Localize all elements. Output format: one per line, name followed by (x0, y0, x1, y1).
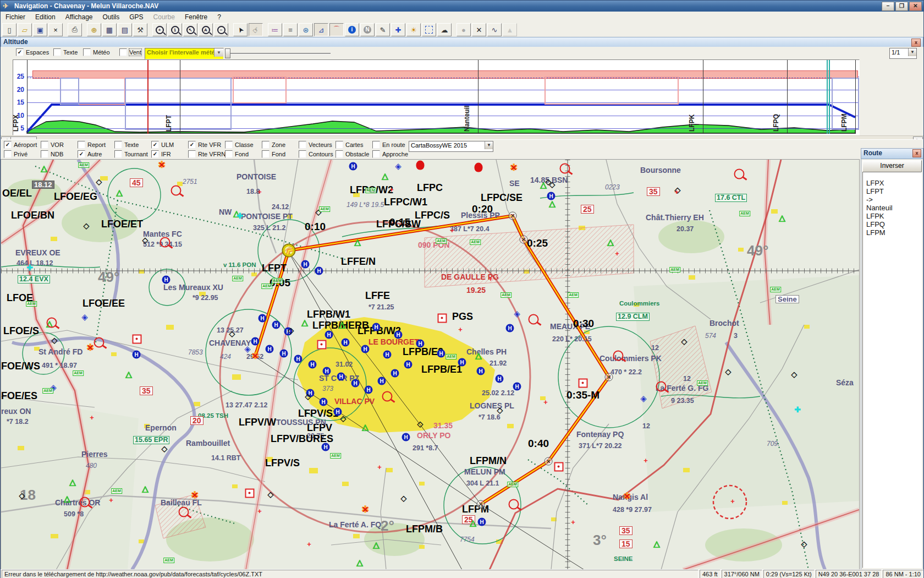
layer-checkbox-texte[interactable]: Texte (114, 141, 139, 149)
layer-checkbox-classe[interactable]: Classe (225, 141, 254, 149)
layer-checkbox-autre[interactable]: ✓Autre (78, 150, 102, 158)
move-button[interactable]: ✚ (391, 23, 405, 36)
delete-button[interactable]: × (48, 23, 63, 36)
zoom-all-button[interactable]: A (199, 23, 213, 36)
menu-gps[interactable]: GPS (124, 12, 148, 23)
save-file-button[interactable]: ▣ (33, 23, 47, 36)
zoom-1-button[interactable]: 1 (168, 23, 182, 36)
segments-button[interactable]: ∿ (487, 23, 502, 36)
menu-fichier[interactable]: Fichier (1, 12, 30, 23)
menu-outils[interactable]: Outils (98, 12, 125, 23)
helipad-icon: H (294, 355, 302, 363)
alt-checkbox-météo[interactable]: Météo (83, 48, 110, 56)
print-button[interactable]: ⎙ (68, 23, 82, 36)
route-editor-button[interactable]: ≔ (268, 23, 282, 36)
layer-checkbox-vecteurs[interactable]: Vecteurs (299, 141, 332, 149)
layer-checkbox-ulm[interactable]: ✓ULM (151, 141, 174, 149)
flight-log-table-button[interactable]: ▦ (102, 23, 117, 36)
info-icon: i (348, 26, 356, 34)
page-combo[interactable]: 1/1 ▼ (889, 48, 917, 59)
map-label: LFFE (365, 291, 390, 301)
altitude-profile-chart[interactable]: 252015105LFPXLFPTNanteuilLFPKLFPQLFPM (13, 59, 860, 135)
chevron-down-icon[interactable]: ▼ (908, 48, 916, 56)
notes-button[interactable]: ▤ (118, 23, 132, 36)
alt-checkbox-vent[interactable]: Vent (119, 48, 141, 56)
info-button[interactable]: i (345, 23, 359, 36)
private-airfield-icon: ◇ (340, 414, 346, 423)
route-waypoint-item[interactable]: LFPK (866, 212, 921, 220)
layer-checkbox-zone[interactable]: Zone (262, 141, 285, 149)
close-button[interactable]: ✕ (909, 2, 922, 11)
layer-checkbox-rte-vfr[interactable]: ✓Rte VFR (188, 141, 221, 149)
globe-search-button[interactable]: ⊛ (299, 23, 313, 36)
layer-checkbox-obstacle[interactable]: Obstacle (336, 150, 369, 158)
route-close-icon[interactable]: x (912, 149, 921, 157)
weather-interval-combo[interactable]: Choisir l'intervalle météo ▼ (145, 48, 224, 59)
zoom-back-button[interactable]: ↖ (183, 23, 197, 36)
menu-fentre[interactable]: Fenêtre (180, 12, 212, 23)
menu-?[interactable]: ? (212, 12, 226, 23)
notes-icon: ▤ (122, 26, 128, 34)
layer-checkbox-tournant[interactable]: Tournant (114, 150, 148, 158)
route-panel-header[interactable]: Route x (861, 149, 923, 159)
zoom-out-button[interactable]: − (214, 23, 228, 36)
maximize-button[interactable]: ❐ (895, 2, 908, 11)
layer-checkbox-vor[interactable]: VOR (41, 141, 64, 149)
layer-checkbox-report[interactable]: Report (78, 141, 106, 149)
layer-checkbox-en-route[interactable]: En route (372, 141, 405, 149)
layer-checkbox-fond[interactable]: Fond (262, 150, 285, 158)
pan-hand-button[interactable]: ☞ (249, 23, 263, 36)
route-waypoint-item[interactable]: LFPT (866, 187, 921, 195)
layer-checkbox-approche[interactable]: Approche (372, 150, 408, 158)
map-label: 574 (705, 332, 716, 339)
layer-checkbox-rte-vfrn[interactable]: Rte VFRN (188, 150, 226, 158)
alt-checkbox-espaces[interactable]: ✓Espaces (16, 48, 49, 56)
inverser-button[interactable]: Inverser (862, 160, 922, 172)
gps-disc-button[interactable]: ● (457, 23, 471, 36)
weather-slider-handle[interactable] (225, 48, 230, 58)
layer-checkbox-ndb[interactable]: NDB (41, 150, 63, 158)
brightness-button[interactable]: ☀ (406, 23, 421, 36)
weather-cloud-button[interactable]: ☁ (437, 23, 452, 36)
helipad-icon: H (437, 350, 446, 358)
map-canvas[interactable]: OE/EL18.12LFOE/EGLFOE/BNLFOE/ETMantes FC… (1, 159, 860, 570)
weather-slider-track (228, 53, 331, 54)
route-waypoint-item[interactable]: LFPQ (866, 220, 921, 228)
minimize-button[interactable]: – (882, 2, 894, 11)
route-waypoint-item[interactable]: LFPX (866, 179, 921, 187)
legend-list-button[interactable]: ≡ (283, 23, 298, 36)
altitude-curve-button[interactable]: ⌒ (329, 23, 344, 36)
layer-checkbox-fond[interactable]: Fond (225, 150, 249, 158)
select-cursor-button[interactable]: ➤ (233, 23, 248, 36)
route-waypoint-item[interactable]: LFPM (866, 228, 921, 237)
menu-edition[interactable]: Edition (30, 12, 61, 23)
chart-selection-combo[interactable]: CartaBossyWE 2015 ▼ (409, 141, 493, 152)
zoom-in-button[interactable]: + (152, 23, 167, 36)
alt-checkbox-texte[interactable]: Texte (53, 48, 78, 56)
select-area-button[interactable] (422, 23, 436, 36)
chevron-down-icon[interactable]: ▼ (485, 141, 493, 149)
altitude-close-icon[interactable]: x (911, 39, 921, 47)
helipad-icon: H (320, 398, 328, 406)
open-file-button[interactable]: ▱ (18, 23, 32, 36)
spot-elevation-icon: + (377, 463, 382, 471)
chevron-down-icon[interactable]: ▼ (214, 48, 223, 57)
measure-pen-button[interactable]: ✎ (376, 23, 390, 36)
map-label: MELUN PM (464, 468, 505, 476)
private-airfield-icon: ◇ (162, 444, 168, 453)
map-label: 325 L 21.2 (253, 225, 286, 232)
layer-checkbox-cartes[interactable]: Cartes (336, 141, 363, 149)
expand-button[interactable]: ✕ (472, 23, 486, 36)
route-waypoint-item[interactable]: Nanteuil (866, 204, 921, 212)
chart-window-button[interactable]: ⊿ (314, 23, 328, 36)
tools-button[interactable]: ⚒ (133, 23, 147, 36)
layer-checkbox-contours[interactable]: Contours (299, 150, 333, 158)
north-button[interactable]: N (360, 23, 375, 36)
layer-checkbox-aéroport[interactable]: ✓Aéroport (4, 141, 37, 149)
new-file-button[interactable]: ▯ (2, 23, 16, 36)
map-globe-button[interactable]: ⊕ (87, 23, 101, 36)
layer-checkbox-ifr[interactable]: ✓IFR (151, 150, 171, 158)
route-waypoint-item[interactable]: -> (866, 195, 921, 204)
menu-affichage[interactable]: Affichage (61, 12, 98, 23)
layer-checkbox-privé[interactable]: Privé (4, 150, 28, 158)
